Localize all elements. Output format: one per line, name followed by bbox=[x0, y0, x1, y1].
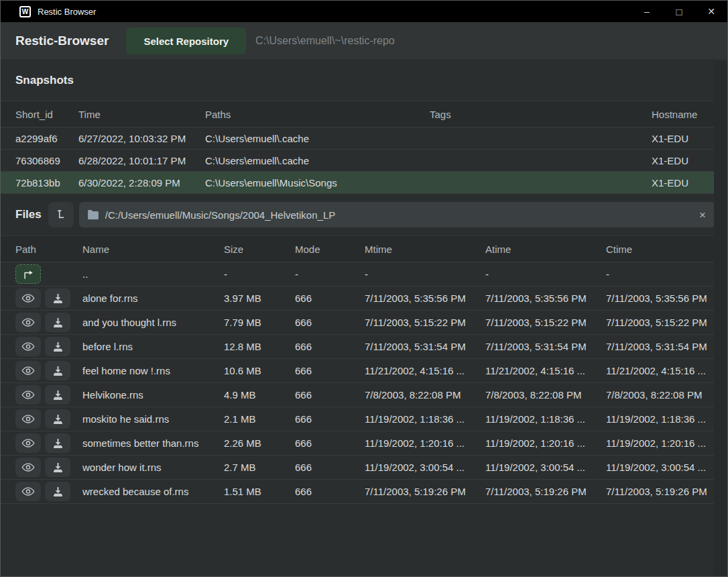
file-name: moskito he said.rns bbox=[82, 413, 224, 425]
select-repository-button[interactable]: Select Repository bbox=[126, 28, 246, 54]
files-header: PathNameSizeModeMtimeAtimeCtime bbox=[1, 235, 714, 262]
folder-icon bbox=[87, 209, 99, 220]
file-atime: 11/19/2002, 1:18:36 ... bbox=[485, 413, 606, 425]
snapshot-row[interactable]: 72b813bb 6/30/2022, 2:28:09 PM C:\Users\… bbox=[1, 172, 714, 194]
file-mode: 666 bbox=[295, 462, 365, 473]
file-size: 2.26 MB bbox=[224, 437, 295, 449]
download-file-button[interactable] bbox=[45, 409, 70, 429]
preview-file-button[interactable] bbox=[15, 313, 41, 332]
download-file-button[interactable] bbox=[45, 385, 70, 405]
column-header-mode: Mode bbox=[295, 244, 365, 255]
app-window: W Restic Browser – □ ✕ Restic-Browser Se… bbox=[0, 0, 728, 577]
file-atime: 7/11/2003, 5:19:26 PM bbox=[485, 486, 606, 497]
file-row: wrecked because of.rns 1.51 MB 666 7/11/… bbox=[1, 480, 714, 504]
preview-file-button[interactable] bbox=[15, 361, 41, 380]
download-icon bbox=[52, 342, 64, 352]
window-controls: – □ ✕ bbox=[631, 1, 727, 22]
eye-icon bbox=[21, 462, 35, 472]
download-icon bbox=[52, 317, 64, 328]
download-file-button[interactable] bbox=[45, 288, 70, 308]
file-row: alone for.rns 3.97 MB 666 7/11/2003, 5:3… bbox=[1, 286, 714, 311]
window-title: Restic Browser bbox=[38, 7, 96, 17]
up-right-arrow-icon bbox=[22, 270, 34, 279]
file-name: and you thought l.rns bbox=[82, 317, 224, 328]
file-mode: 666 bbox=[295, 437, 365, 449]
download-file-button[interactable] bbox=[45, 337, 70, 356]
clear-path-button[interactable]: × bbox=[698, 209, 707, 221]
file-atime: 7/11/2003, 5:35:56 PM bbox=[485, 293, 606, 304]
column-header-size: Size bbox=[224, 244, 295, 255]
download-file-button[interactable] bbox=[45, 433, 70, 453]
go-parent-dir-button[interactable] bbox=[15, 264, 41, 284]
download-icon bbox=[52, 390, 64, 401]
snapshot-row[interactable]: 76306869 6/28/2022, 10:01:17 PM C:\Users… bbox=[1, 150, 714, 172]
download-file-button[interactable] bbox=[45, 458, 70, 477]
eye-icon bbox=[21, 366, 35, 376]
file-row: wonder how it.rns 2.7 MB 666 11/19/2002,… bbox=[1, 456, 714, 480]
preview-file-button[interactable] bbox=[15, 482, 41, 501]
file-row: and you thought l.rns 7.79 MB 666 7/11/2… bbox=[1, 311, 714, 335]
file-atime: 11/19/2002, 1:20:16 ... bbox=[485, 437, 606, 449]
file-row: sometimes better than.rns 2.26 MB 666 11… bbox=[1, 431, 714, 456]
file-row: before l.rns 12.8 MB 666 7/11/2003, 5:31… bbox=[1, 335, 714, 359]
path-input[interactable] bbox=[105, 209, 692, 221]
file-size: 10.6 MB bbox=[224, 365, 295, 376]
l-shape-icon bbox=[55, 208, 67, 222]
file-atime: 7/11/2003, 5:15:22 PM bbox=[485, 317, 606, 328]
download-icon bbox=[52, 462, 64, 473]
file-size: 1.51 MB bbox=[224, 486, 295, 497]
file-size: 4.9 MB bbox=[224, 389, 295, 401]
download-icon bbox=[52, 414, 64, 425]
column-header-mtime: Mtime bbox=[365, 244, 485, 255]
snapshot-time: 6/30/2022, 2:28:09 PM bbox=[78, 177, 205, 189]
preview-file-button[interactable] bbox=[15, 385, 41, 405]
download-file-button[interactable] bbox=[45, 313, 70, 332]
maximize-button[interactable]: □ bbox=[663, 1, 695, 22]
column-header-ctime: Ctime bbox=[606, 244, 714, 255]
preview-file-button[interactable] bbox=[15, 409, 41, 429]
file-mode: 666 bbox=[295, 389, 365, 401]
file-mtime: 7/11/2003, 5:35:56 PM bbox=[365, 293, 485, 304]
title-bar: W Restic Browser – □ ✕ bbox=[1, 1, 727, 22]
file-row: moskito he said.rns 2.1 MB 666 11/19/200… bbox=[1, 407, 714, 431]
eye-icon bbox=[21, 342, 35, 352]
file-mtime: 7/11/2003, 5:15:22 PM bbox=[365, 317, 485, 328]
download-icon bbox=[52, 486, 64, 497]
eye-icon bbox=[21, 486, 35, 496]
snapshot-row[interactable]: a2299af6 6/27/2022, 10:03:32 PM C:\Users… bbox=[1, 127, 714, 150]
eye-icon bbox=[21, 438, 35, 448]
app-title: Restic-Browser bbox=[15, 34, 109, 48]
minimize-button[interactable]: – bbox=[631, 1, 663, 22]
preview-file-button[interactable] bbox=[15, 337, 41, 356]
app-header: Restic-Browser Select Repository C:\User… bbox=[1, 22, 727, 60]
file-name: wonder how it.rns bbox=[82, 462, 224, 473]
file-atime: 11/19/2002, 3:00:54 ... bbox=[485, 462, 606, 473]
eye-icon bbox=[21, 293, 35, 303]
file-mtime: 7/8/2003, 8:22:08 PM bbox=[365, 389, 485, 401]
file-row: Helvikone.rns 4.9 MB 666 7/8/2003, 8:22:… bbox=[1, 383, 714, 407]
file-atime: 7/11/2003, 5:31:54 PM bbox=[485, 341, 606, 352]
close-button[interactable]: ✕ bbox=[695, 1, 727, 22]
file-ctime: - bbox=[606, 268, 714, 280]
file-mtime: 7/11/2003, 5:31:54 PM bbox=[365, 341, 485, 352]
files-table-body: .. - - - - - bbox=[1, 262, 727, 504]
preview-file-button[interactable] bbox=[15, 458, 41, 477]
eye-icon bbox=[21, 317, 35, 327]
preview-file-button[interactable] bbox=[15, 433, 41, 453]
file-atime: 7/8/2003, 8:22:08 PM bbox=[485, 389, 606, 401]
files-mode-button[interactable] bbox=[48, 202, 74, 227]
preview-file-button[interactable] bbox=[15, 288, 41, 308]
snapshot-short-id: a2299af6 bbox=[15, 133, 78, 144]
download-file-button[interactable] bbox=[45, 361, 70, 380]
download-file-button[interactable] bbox=[45, 482, 70, 501]
path-input-container: × bbox=[79, 202, 715, 227]
file-ctime: 11/19/2002, 1:18:36 ... bbox=[606, 413, 714, 425]
column-header-hostname: Hostname bbox=[652, 109, 714, 120]
file-ctime: 7/11/2003, 5:31:54 PM bbox=[606, 341, 714, 352]
snapshot-time: 6/28/2022, 10:01:17 PM bbox=[78, 155, 205, 166]
file-size: 7.79 MB bbox=[224, 317, 295, 328]
file-ctime: 7/8/2003, 8:22:08 PM bbox=[606, 389, 714, 401]
scrollbar-gutter[interactable] bbox=[714, 61, 727, 576]
column-header-name: Name bbox=[82, 244, 224, 255]
download-icon bbox=[52, 438, 64, 449]
